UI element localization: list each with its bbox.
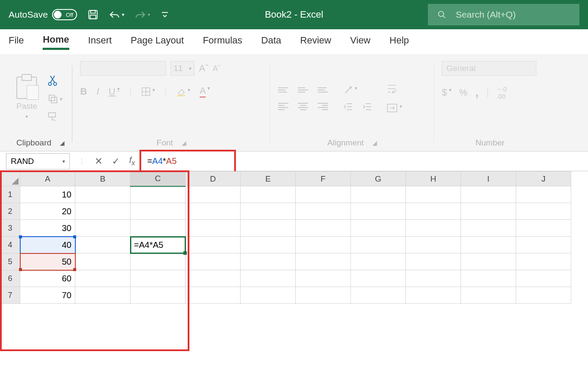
row-header[interactable]: 1 [0, 186, 20, 203]
increase-font-icon[interactable]: Aˆ [199, 63, 208, 74]
cell[interactable] [75, 253, 130, 270]
align-center-icon[interactable] [298, 103, 308, 110]
cell[interactable] [296, 203, 351, 220]
increase-decimal-icon[interactable]: ←0.00 [497, 85, 507, 100]
tab-help[interactable]: Help [390, 35, 409, 49]
autosave-toggle[interactable]: AutoSave Off [9, 9, 77, 20]
cell[interactable] [461, 253, 516, 270]
cell[interactable] [516, 237, 571, 253]
cell[interactable] [516, 287, 571, 304]
cell[interactable]: 30 [20, 220, 75, 237]
cell[interactable] [241, 203, 296, 220]
cell[interactable] [516, 203, 571, 220]
cell[interactable] [406, 220, 461, 237]
search-input[interactable] [456, 9, 570, 20]
row-header[interactable]: 4 [0, 237, 20, 253]
cell[interactable] [351, 220, 406, 237]
currency-button[interactable]: $▾ [442, 87, 451, 98]
number-format-select[interactable]: General [442, 61, 536, 76]
undo-icon[interactable]: ▾ [109, 10, 124, 19]
cell[interactable] [461, 186, 516, 203]
percent-button[interactable]: % [459, 87, 468, 98]
cell[interactable] [186, 203, 241, 220]
merge-button[interactable]: ▾ [387, 103, 402, 113]
clipboard-launcher[interactable]: ◢ [60, 139, 65, 146]
paste-button[interactable]: Paste [16, 102, 37, 111]
align-bottom-icon[interactable] [318, 87, 328, 93]
decrease-font-icon[interactable]: Aˇ [213, 64, 220, 73]
decrease-indent-icon[interactable] [344, 102, 353, 111]
align-left-icon[interactable] [278, 103, 288, 110]
row-header[interactable]: 6 [0, 270, 20, 287]
row-header[interactable]: 3 [0, 220, 20, 237]
cell[interactable] [75, 287, 130, 304]
cell[interactable] [75, 203, 130, 220]
cell[interactable]: 50 [20, 253, 75, 270]
cell[interactable] [406, 237, 461, 253]
cell[interactable] [406, 186, 461, 203]
name-box[interactable]: RAND ▾ [6, 153, 70, 170]
tab-file[interactable]: File [9, 35, 24, 49]
col-header[interactable]: G [351, 172, 406, 186]
cell[interactable] [186, 186, 241, 203]
col-header[interactable]: F [296, 172, 351, 186]
cell[interactable]: 70 [20, 287, 75, 304]
cell[interactable] [351, 237, 406, 253]
alignment-launcher[interactable]: ◢ [372, 139, 377, 146]
cell[interactable] [186, 237, 241, 253]
fill-color-button[interactable]: ▾ [176, 87, 190, 96]
cell[interactable] [241, 287, 296, 304]
cell[interactable]: 20 [20, 203, 75, 220]
cell[interactable] [186, 220, 241, 237]
cell[interactable] [241, 186, 296, 203]
font-launcher[interactable]: ◢ [182, 139, 186, 146]
tab-data[interactable]: Data [261, 35, 281, 49]
bold-button[interactable]: B [80, 86, 87, 97]
cell[interactable] [296, 270, 351, 287]
search-bar[interactable] [428, 4, 579, 25]
cut-icon[interactable] [48, 75, 57, 86]
cell[interactable] [130, 186, 186, 203]
cell[interactable] [241, 237, 296, 253]
align-middle-icon[interactable] [298, 87, 308, 93]
cell[interactable] [296, 287, 351, 304]
underline-button[interactable]: U▾ [108, 86, 120, 97]
cell[interactable] [406, 253, 461, 270]
cell[interactable] [461, 220, 516, 237]
cell[interactable] [406, 287, 461, 304]
redo-icon[interactable]: ▾ [135, 10, 150, 19]
italic-button[interactable]: I [96, 86, 99, 97]
cell[interactable] [186, 287, 241, 304]
font-name-select[interactable] [80, 61, 166, 76]
cell[interactable] [241, 220, 296, 237]
tab-formulas[interactable]: Formulas [203, 35, 242, 49]
cell[interactable] [75, 220, 130, 237]
col-header[interactable]: C [130, 172, 186, 186]
increase-indent-icon[interactable] [362, 102, 372, 111]
cell[interactable] [406, 270, 461, 287]
cell[interactable] [516, 186, 571, 203]
comma-button[interactable]: , [475, 86, 479, 99]
cell[interactable] [296, 237, 351, 253]
font-size-select[interactable]: 11▾ [170, 61, 195, 76]
paste-icon[interactable] [16, 77, 37, 99]
cell[interactable] [75, 186, 130, 203]
col-header[interactable]: A [20, 172, 75, 186]
insert-function-icon[interactable]: fx [129, 155, 135, 167]
tab-insert[interactable]: Insert [88, 35, 112, 49]
col-header[interactable]: D [186, 172, 241, 186]
orientation-button[interactable]: ▾ [344, 85, 357, 95]
cell[interactable] [75, 237, 130, 253]
cell[interactable] [461, 287, 516, 304]
cell[interactable]: 10 [20, 186, 75, 203]
cell[interactable] [351, 287, 406, 304]
col-header[interactable]: H [406, 172, 461, 186]
tab-page-layout[interactable]: Page Layout [131, 35, 184, 49]
cell[interactable] [351, 186, 406, 203]
customize-qat-icon[interactable] [161, 10, 169, 19]
format-painter-icon[interactable] [48, 112, 59, 121]
cell-active[interactable]: =A4*A5 [130, 237, 186, 253]
copy-button[interactable]: ▾ [48, 94, 62, 104]
cell[interactable] [130, 270, 186, 287]
cancel-formula-icon[interactable]: ✕ [95, 156, 102, 167]
